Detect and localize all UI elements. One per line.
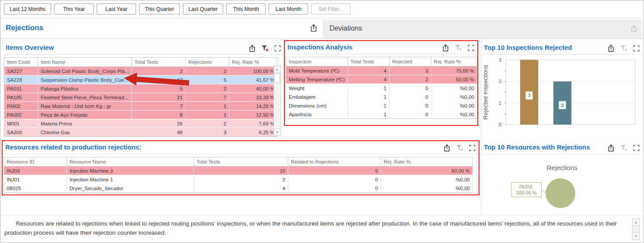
table-cell: Materia Prima — [38, 119, 132, 128]
scroll-up-button[interactable]: ▲ — [274, 66, 280, 73]
column-header[interactable]: Total Tests — [347, 57, 389, 66]
top10-inspections-title: Top 10 Inspections Rejected — [484, 44, 572, 51]
table-cell: PA031 — [4, 84, 38, 93]
column-header[interactable]: Total Tests — [194, 157, 288, 167]
column-header[interactable]: Item Name — [38, 58, 132, 67]
table-cell: %0,00 — [431, 110, 477, 119]
export-icon[interactable] — [247, 44, 257, 52]
scroll-down-button[interactable]: ▼ — [274, 128, 280, 135]
table-row[interactable]: Aparência10%0,00 — [286, 110, 477, 119]
tab-deviations[interactable]: Deviations — [323, 20, 642, 38]
expand-icon[interactable] — [631, 44, 641, 52]
svg-text:1: 1 — [499, 101, 501, 106]
rejected-inspections-bar-chart[interactable]: 0123Rejected Inspections32 — [481, 55, 642, 137]
scroll-up-button[interactable]: ▲ — [633, 219, 639, 226]
table-cell: 50,00 % — [381, 167, 473, 175]
table-row[interactable]: Embalagem10%0,00 — [286, 93, 477, 101]
column-header[interactable]: Rejected — [389, 57, 431, 66]
expand-icon[interactable] — [631, 143, 641, 152]
export-icon[interactable] — [309, 24, 318, 34]
column-header[interactable]: Rejections — [186, 58, 229, 67]
table-row[interactable]: RM02...Raw Material - Unit bom Kg - gr71… — [4, 102, 277, 111]
column-header[interactable]: Rej. Rate % — [229, 58, 277, 67]
svg-text:3: 3 — [499, 57, 501, 62]
export-icon[interactable] — [606, 44, 616, 52]
table-row[interactable]: INJ03Injection Machine 310550,00 % — [4, 167, 473, 175]
table-cell: 5 — [132, 84, 186, 93]
table-row[interactable]: Melting Temperature (ºC)4250,00 % — [286, 75, 477, 84]
table-cell: INJ01 — [4, 175, 67, 184]
set-filter-button[interactable]: Set Filter... — [311, 3, 350, 14]
filter-this-month-button[interactable]: This Month — [226, 3, 266, 14]
table-cell: 3 — [186, 128, 229, 137]
table-row[interactable]: M001...Materia Prima2627,69 % — [4, 119, 277, 128]
table-cell: INJ03 — [4, 167, 67, 175]
filter-this-quarter-button[interactable]: This Quarter — [139, 3, 180, 14]
table-cell: Mold Temperature (ºC) — [286, 66, 348, 75]
table-cell: 12 — [132, 76, 186, 84]
expand-icon[interactable] — [467, 143, 477, 152]
table-scrollbar[interactable]: ▲ ▼ — [273, 66, 281, 136]
table-cell: 48 — [132, 128, 186, 137]
filter-last-month-button[interactable]: Last Month — [269, 3, 308, 14]
column-header[interactable]: Related to Rejections — [288, 157, 381, 167]
table-cell: 2 — [389, 75, 431, 84]
table-row[interactable]: Weight10%0,00 — [286, 84, 477, 93]
table-row[interactable]: SA227Solenoid Coil Plastic Body_Corpo Pl… — [4, 67, 277, 76]
expand-icon[interactable] — [466, 43, 476, 52]
clear-filter-icon[interactable] — [455, 143, 464, 152]
table-row[interactable]: 0B025Dryer_Secado_Secador40%0,00 — [4, 184, 473, 193]
tab-rejections[interactable]: Rejections — [6, 24, 43, 32]
column-header[interactable]: Inspection — [286, 57, 348, 66]
expand-icon[interactable] — [273, 44, 282, 52]
resources-table: Resource IDResource NameTotal TestsRelat… — [4, 157, 473, 193]
svg-text:Rejected Inspections: Rejected Inspections — [482, 65, 489, 120]
table-row[interactable]: PA185Finished Steel Piece_Pieza Terminad… — [4, 93, 277, 102]
column-header[interactable]: Item Code — [4, 58, 38, 67]
filter-this-year-button[interactable]: This Year — [54, 3, 94, 14]
export-icon[interactable] — [606, 143, 616, 152]
filter-last-quarter-button[interactable]: Last Quarter — [183, 3, 224, 14]
filter-last-year-button[interactable]: Last Year — [97, 3, 136, 14]
pie-slice-inj03[interactable] — [546, 178, 575, 208]
table-cell: RM02... — [4, 102, 38, 111]
table-row[interactable]: SA228Suspension Clamp Plastic Body_Cue..… — [4, 76, 277, 84]
export-icon[interactable] — [630, 24, 638, 34]
clear-filter-icon[interactable] — [260, 44, 270, 52]
svg-text:3: 3 — [528, 93, 530, 98]
panel-divider — [4, 154, 478, 154]
table-row[interactable]: Mold Temperature (ºC)4375,00 % — [286, 66, 477, 75]
column-header[interactable]: Rej. Rate % — [381, 157, 473, 167]
table-row[interactable]: PA031Palanga Plástica5240,00 % — [4, 84, 277, 93]
table-row[interactable]: Dimensions (cm)10%0,00 — [286, 101, 477, 110]
table-cell: SA228 — [4, 76, 38, 84]
column-header[interactable]: Rej. Rate % — [431, 57, 477, 66]
table-cell: Dimensions (cm) — [286, 101, 348, 110]
quality-dashboard: Last 12 Months This Year Last Year This … — [0, 0, 644, 243]
svg-text:0: 0 — [499, 122, 501, 127]
table-row[interactable]: INJ01Injection Machine 120%0,00 — [4, 175, 473, 184]
table-cell: Weight — [286, 84, 348, 93]
column-header[interactable]: Resource ID — [4, 157, 67, 167]
clear-filter-icon[interactable] — [453, 43, 463, 52]
scroll-down-button[interactable]: ▼ — [633, 233, 639, 240]
column-header[interactable]: Resource Name — [67, 157, 194, 167]
pie-callout-label: INJ03: 100,00 % — [511, 182, 542, 197]
table-cell: 7 — [132, 102, 186, 111]
table-cell: Palanga Plástica — [38, 84, 132, 93]
filter-last-12-months-button[interactable]: Last 12 Months — [4, 3, 51, 14]
table-cell: 2 — [186, 119, 229, 128]
clear-filter-icon[interactable] — [619, 44, 628, 52]
table-cell: 33,33 % — [229, 93, 277, 102]
footer-note-text: Resources are related to rejections when… — [4, 219, 626, 238]
scroll-thumb[interactable] — [274, 73, 280, 83]
footer-scrollbar[interactable]: ▲ ▼ — [632, 219, 640, 240]
table-cell: 1 — [186, 111, 229, 119]
table-cell: 12,50 % — [229, 111, 277, 119]
export-icon[interactable] — [442, 143, 452, 152]
export-icon[interactable] — [441, 43, 450, 52]
table-row[interactable]: SA300Chlorine Gas4836,25 % — [4, 128, 277, 137]
table-row[interactable]: PA002Peça de Aço Forjada8112,50 % — [4, 111, 277, 119]
column-header[interactable]: Total Tests — [132, 58, 186, 67]
clear-filter-icon[interactable] — [619, 143, 628, 152]
